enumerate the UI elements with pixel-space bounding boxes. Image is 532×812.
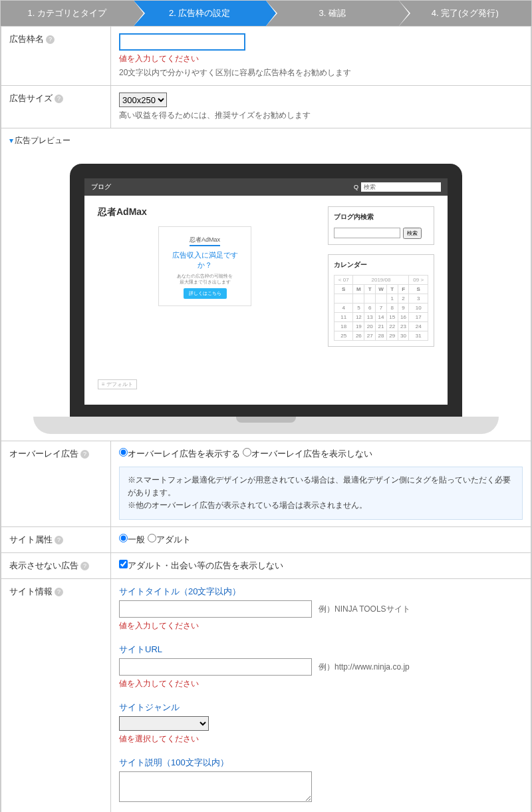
- adname-error: 値を入力してください: [119, 53, 523, 65]
- site-title-input[interactable]: [119, 600, 312, 618]
- site-title-label: サイトタイトル（20文字以内）: [119, 586, 523, 598]
- overlay-note: ※スマートフォン最適化デザインが用意されている場合は、最適化デザイン側にタグを貼…: [119, 467, 523, 520]
- site-genre-select[interactable]: [119, 716, 209, 731]
- label-adsize: 広告サイズ: [9, 93, 53, 103]
- calendar-title: カレンダー: [334, 260, 428, 270]
- step-4[interactable]: 4. 完了(タグ発行): [399, 1, 532, 26]
- help-icon[interactable]: ?: [55, 588, 63, 596]
- help-icon[interactable]: ?: [80, 450, 89, 459]
- wizard-steps: 1. カテゴリとタイプ 2. 広告枠の設定 3. 確認 4. 完了(タグ発行): [1, 1, 531, 26]
- blog-title: 忍者AdMax: [98, 206, 312, 218]
- help-icon[interactable]: ?: [55, 95, 63, 103]
- chevron-down-icon: ▾: [9, 136, 13, 145]
- adname-input[interactable]: [119, 33, 245, 51]
- ad-preview: 忍者AdMax 広告収入に満足ですか？ あなたの広告枠の可能性を 最大限まで引き…: [158, 226, 251, 306]
- site-url-error: 値を入力してください: [119, 678, 523, 690]
- side-search-title: ブログ内検索: [334, 212, 428, 222]
- help-icon[interactable]: ?: [80, 562, 89, 570]
- help-icon[interactable]: ?: [46, 35, 55, 44]
- siteattr-adult[interactable]: アダルト: [148, 534, 191, 544]
- preview-area: ブログ Q 忍者AdMax 忍者AdMax 広告収入: [9, 150, 523, 434]
- adsize-select[interactable]: 300x250: [119, 93, 167, 107]
- side-search-button[interactable]: 検索: [403, 228, 422, 239]
- label-adname: 広告枠名: [9, 34, 44, 44]
- calendar: < 072019/0809 > SMTWTFS 1234567891011121…: [334, 275, 428, 341]
- ad-cta-button[interactable]: 詳しくはこちら: [184, 288, 227, 299]
- hidead-checkbox[interactable]: アダルト・出会い等の広告を表示しない: [119, 560, 283, 570]
- step-1[interactable]: 1. カテゴリとタイプ: [1, 1, 134, 26]
- label-siteattr: サイト属性: [9, 534, 53, 544]
- site-desc-input[interactable]: [119, 771, 312, 802]
- overlay-show[interactable]: オーバーレイ広告を表示する: [119, 449, 240, 459]
- help-icon[interactable]: ?: [55, 536, 63, 544]
- search-icon: Q: [354, 184, 358, 190]
- step-3[interactable]: 3. 確認: [266, 1, 399, 26]
- overlay-hide[interactable]: オーバーレイ広告を表示しない: [243, 449, 372, 459]
- adname-hint: 20文字以内で分かりやすく区別に容易な広告枠名をお勧めします: [119, 67, 523, 79]
- preview-toggle[interactable]: ▾広告プレビュー: [9, 135, 523, 146]
- label-hidead: 表示させない広告: [9, 560, 78, 570]
- default-tag: ≡ デフォルト: [98, 379, 137, 389]
- siteattr-general[interactable]: 一般: [119, 534, 145, 544]
- adsize-hint: 高い収益を得るためには、推奨サイズをお勧めします: [119, 110, 523, 121]
- site-genre-error: 値を選択してください: [119, 733, 523, 745]
- step-2[interactable]: 2. 広告枠の設定: [134, 1, 267, 26]
- blog-search-input[interactable]: [361, 182, 441, 192]
- site-url-label: サイトURL: [119, 644, 523, 656]
- site-url-example: 例）http://www.ninja.co.jp: [319, 662, 410, 672]
- label-overlay: オーバーレイ広告: [9, 449, 78, 459]
- site-url-input[interactable]: [119, 658, 312, 676]
- site-desc-label: サイト説明（100文字以内）: [119, 757, 523, 769]
- site-title-example: 例）NINJA TOOLSサイト: [319, 604, 410, 614]
- blog-label: ブログ: [91, 182, 111, 192]
- site-title-error: 値を入力してください: [119, 620, 523, 632]
- site-genre-label: サイトジャンル: [119, 702, 523, 713]
- label-siteinfo: サイト情報: [9, 586, 53, 596]
- side-search-input[interactable]: [334, 228, 400, 238]
